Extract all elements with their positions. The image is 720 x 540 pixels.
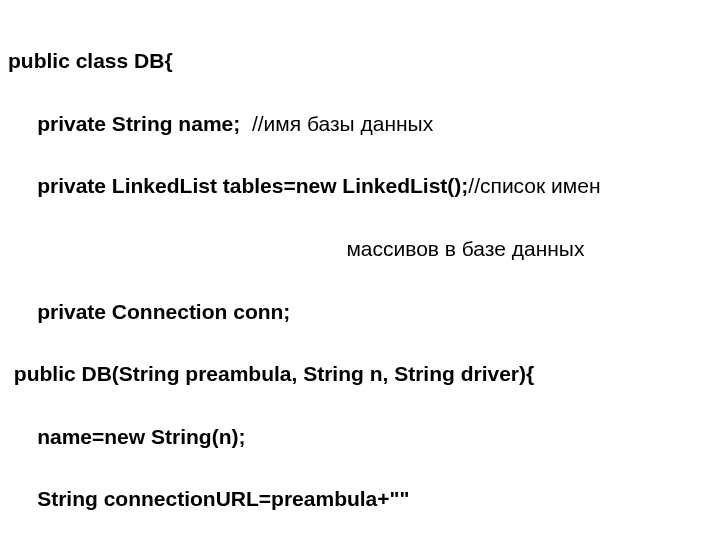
- code-text: public DB(String preambula, String n, St…: [8, 362, 534, 385]
- code-line: public DB(String preambula, String n, St…: [8, 358, 712, 389]
- code-comment: //список имен: [468, 174, 600, 197]
- code-line: String connectionURL=preambula+"": [8, 483, 712, 514]
- code-text: private LinkedList tables=new LinkedList…: [8, 174, 468, 197]
- code-comment: //имя базы данных: [252, 112, 433, 135]
- code-block: public class DB{ private String name; //…: [0, 0, 720, 540]
- code-line: public class DB{: [8, 45, 712, 76]
- code-text: name=new String(n);: [8, 425, 245, 448]
- code-text: String connectionURL=preambula+"": [8, 487, 409, 510]
- code-line: массивов в базе данных: [8, 233, 712, 264]
- code-text: private String name;: [8, 112, 252, 135]
- code-line: name=new String(n);: [8, 421, 712, 452]
- code-text: private Connection conn;: [8, 300, 290, 323]
- code-comment: массивов в базе данных: [8, 237, 584, 260]
- code-line: private LinkedList tables=new LinkedList…: [8, 170, 712, 201]
- code-text: public class DB{: [8, 49, 173, 72]
- code-line: private Connection conn;: [8, 296, 712, 327]
- code-line: private String name; //имя базы данных: [8, 108, 712, 139]
